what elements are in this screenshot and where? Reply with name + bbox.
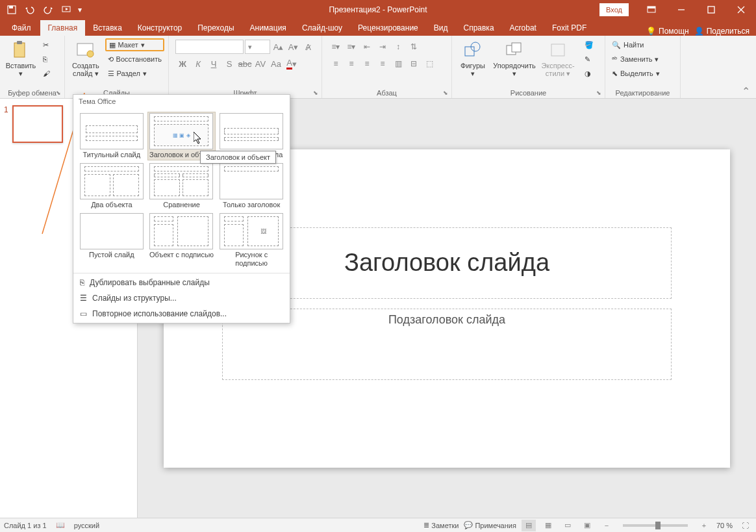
align-text-button[interactable]: ⊟ [407, 57, 421, 71]
decrease-indent-button[interactable]: ⇤ [360, 40, 374, 54]
increase-font-button[interactable]: A▴ [271, 40, 285, 54]
reuse-slides-item[interactable]: ▭Повторное использование слайдов... [73, 306, 290, 322]
tab-help[interactable]: Справка [455, 20, 501, 36]
tab-animations[interactable]: Анимация [242, 20, 294, 36]
change-case-button[interactable]: Aa [269, 57, 283, 71]
layout-title-slide[interactable]: Титульный слайд [77, 112, 146, 160]
layout-content-caption[interactable]: Объект с подписью [147, 212, 216, 269]
text-direction-button[interactable]: ⇅ [407, 40, 421, 54]
redo-button[interactable] [39, 1, 57, 19]
layout-two-content[interactable]: Два объекта [77, 162, 146, 210]
new-slide-icon [75, 40, 96, 60]
paragraph-launcher[interactable]: ⬊ [443, 90, 449, 96]
quick-styles-button[interactable]: Экспресс-стили ▾ [539, 38, 577, 85]
font-launcher[interactable]: ⬊ [313, 90, 320, 96]
tab-insert[interactable]: Вставка [85, 20, 130, 36]
bullets-button[interactable]: ≡▾ [329, 40, 343, 54]
arrange-button[interactable]: Упорядочить▾ [492, 38, 536, 85]
fit-window-button[interactable]: ⛶ [738, 520, 752, 531]
tab-home[interactable]: Главная [40, 20, 86, 36]
tab-acrobat[interactable]: Acrobat [502, 20, 544, 36]
font-size-combo[interactable]: ▾ [245, 40, 270, 54]
line-spacing-button[interactable]: ↕ [391, 40, 405, 54]
undo-button[interactable] [21, 1, 39, 19]
underline-button[interactable]: Ч [207, 57, 221, 71]
duplicate-slides-item[interactable]: ⎘Дублировать выбранные слайды [73, 275, 290, 290]
reading-view-button[interactable]: ▭ [561, 520, 575, 531]
columns-button[interactable]: ▥ [391, 57, 405, 71]
duplicate-icon: ⎘ [80, 278, 84, 287]
shapes-button[interactable]: Фигуры▾ [456, 38, 490, 85]
zoom-level[interactable]: 70 % [716, 522, 733, 529]
shape-fill-button[interactable]: 🪣 [582, 38, 596, 51]
qat-customize-button[interactable]: ▾ [75, 1, 84, 19]
select-button[interactable]: ⬉Выделить ▾ [609, 67, 676, 80]
save-button[interactable] [3, 1, 21, 19]
reset-button[interactable]: ⟲Восстановить [105, 53, 164, 66]
collapse-ribbon-button[interactable]: ⌃ [742, 85, 753, 97]
minimize-button[interactable] [666, 0, 696, 19]
layout-button[interactable]: ▦Макет ▾ [105, 38, 164, 51]
align-right-button[interactable]: ≡ [360, 57, 374, 71]
normal-view-button[interactable]: ▤ [522, 520, 536, 531]
drawing-launcher[interactable]: ⬊ [596, 90, 603, 96]
font-color-button[interactable]: A▾ [284, 57, 299, 71]
tab-file[interactable]: Файл [3, 20, 40, 36]
notes-button[interactable]: ≣Заметки [423, 521, 459, 529]
close-button[interactable] [726, 0, 756, 19]
tab-design[interactable]: Конструктор [130, 20, 190, 36]
maximize-button[interactable] [696, 0, 726, 19]
ribbon-tabs: Файл Главная Вставка Конструктор Переход… [0, 19, 756, 36]
clipboard-launcher[interactable]: ⬊ [56, 90, 62, 96]
shape-outline-button[interactable]: ✎ [582, 53, 596, 66]
tab-review[interactable]: Рецензирование [350, 20, 426, 36]
format-painter-button[interactable]: 🖌 [40, 67, 53, 80]
tab-view[interactable]: Вид [426, 20, 456, 36]
align-left-button[interactable]: ≡ [329, 57, 343, 71]
tab-foxit[interactable]: Foxit PDF [544, 20, 594, 36]
slideshow-view-button[interactable]: ▣ [580, 520, 594, 531]
tell-me-button[interactable]: 💡 Помощн [646, 27, 689, 36]
justify-button[interactable]: ≡ [375, 57, 390, 71]
find-button[interactable]: 🔍Найти [609, 38, 676, 51]
tab-slideshow[interactable]: Слайд-шоу [294, 20, 350, 36]
slides-from-outline-item[interactable]: ☰Слайды из структуры... [73, 290, 290, 306]
zoom-in-button[interactable]: + [697, 520, 711, 531]
char-spacing-button[interactable]: AV [253, 57, 268, 71]
increase-indent-button[interactable]: ⇥ [375, 40, 390, 54]
replace-button[interactable]: ᵃᵇЗаменить ▾ [609, 53, 676, 66]
sorter-view-button[interactable]: ▦ [541, 520, 555, 531]
strikethrough-button[interactable]: abc [238, 57, 252, 71]
spellcheck-icon[interactable]: 📖 [56, 521, 65, 529]
align-center-button[interactable]: ≡ [344, 57, 359, 71]
zoom-out-button[interactable]: − [599, 520, 614, 531]
lightbulb-icon: 💡 [646, 27, 656, 36]
ribbon-options-button[interactable] [636, 0, 666, 19]
layout-blank[interactable]: Пустой слайд [77, 212, 146, 269]
numbering-button[interactable]: ≡▾ [344, 40, 359, 54]
cut-button[interactable]: ✂ [40, 38, 53, 51]
smartart-button[interactable]: ⬚ [422, 57, 436, 71]
zoom-slider[interactable] [623, 524, 688, 527]
layout-picture-caption[interactable]: 🖼 Рисунок с подписью [217, 212, 286, 269]
decrease-font-button[interactable]: A▾ [286, 40, 300, 54]
section-button[interactable]: ☰Раздел ▾ [105, 67, 164, 80]
tab-transitions[interactable]: Переходы [190, 20, 242, 36]
start-slideshow-button[interactable] [57, 1, 75, 19]
copy-button[interactable]: ⎘ [40, 53, 53, 66]
paste-button[interactable]: Вставить▾ [4, 38, 38, 85]
bold-button[interactable]: Ж [175, 57, 190, 71]
comments-button[interactable]: 💬Примечания [464, 521, 516, 529]
slide-indicator[interactable]: Слайд 1 из 1 [4, 522, 47, 529]
sign-in-button[interactable]: Вход [599, 3, 629, 16]
layout-comparison[interactable]: Сравнение [147, 162, 216, 210]
layout-title-only[interactable]: Только заголовок [217, 162, 286, 210]
italic-button[interactable]: К [191, 57, 205, 71]
share-button[interactable]: 👤 Поделиться [694, 27, 750, 36]
shadow-button[interactable]: S [222, 57, 236, 71]
font-name-combo[interactable] [175, 40, 244, 54]
language-indicator[interactable]: русский [74, 522, 99, 529]
shape-effects-button[interactable]: ◑ [582, 67, 596, 80]
clear-formatting-button[interactable]: A̷ [301, 40, 315, 54]
new-slide-button[interactable]: Создать слайд ▾ [69, 38, 103, 85]
